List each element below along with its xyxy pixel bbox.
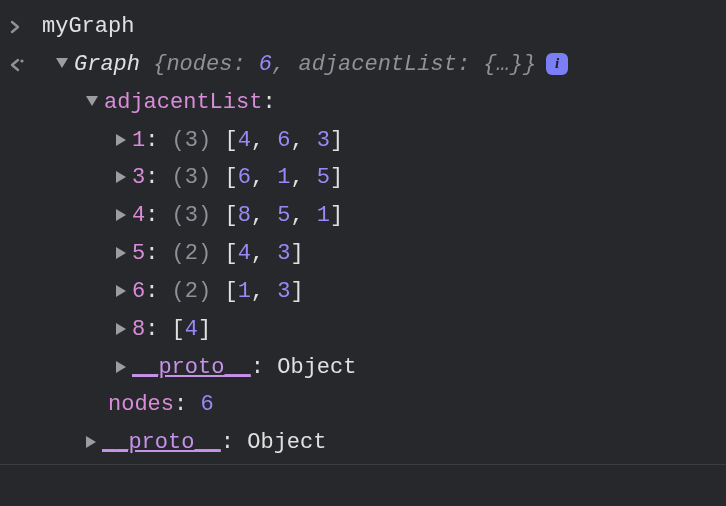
expand-toggle-icon[interactable] bbox=[116, 209, 126, 221]
entry-count: (2) bbox=[172, 273, 212, 311]
list-entry-row[interactable]: 6: (2) [1, 3] bbox=[42, 273, 718, 311]
entry-value: 4 bbox=[238, 235, 251, 273]
entry-key: 3 bbox=[132, 159, 145, 197]
entry-value: 1 bbox=[238, 273, 251, 311]
console-input-row: myGraph bbox=[8, 8, 718, 46]
entry-value: 3 bbox=[317, 122, 330, 160]
entry-value: 8 bbox=[238, 197, 251, 235]
entry-value: 1 bbox=[317, 197, 330, 235]
proto-row[interactable]: __proto__: Object bbox=[42, 424, 718, 462]
proto-value: Object bbox=[277, 349, 356, 387]
entry-key: 8 bbox=[132, 311, 145, 349]
list-entry-row[interactable]: 5: (2) [4, 3] bbox=[42, 235, 718, 273]
proto-key: __proto__ bbox=[132, 349, 251, 387]
expand-toggle-icon[interactable] bbox=[56, 58, 68, 68]
entry-count: (3) bbox=[172, 197, 212, 235]
list-entry-row[interactable]: 3: (3) [6, 1, 5] bbox=[42, 159, 718, 197]
expand-toggle-icon[interactable] bbox=[86, 436, 96, 448]
expand-toggle-icon[interactable] bbox=[116, 361, 126, 373]
entry-value: 1 bbox=[277, 159, 290, 197]
entry-value: 3 bbox=[277, 235, 290, 273]
entry-value: 3 bbox=[277, 273, 290, 311]
expand-toggle-icon[interactable] bbox=[116, 247, 126, 259]
entry-value: 5 bbox=[277, 197, 290, 235]
entry-value: 5 bbox=[317, 159, 330, 197]
list-entry-row[interactable]: 8: [4] bbox=[42, 311, 718, 349]
entry-key: 5 bbox=[132, 235, 145, 273]
object-summary-line[interactable]: Graph {nodes: 6, adjacentList: {…}} i bbox=[42, 46, 718, 84]
property-key: adjacentList bbox=[104, 84, 262, 122]
entry-value: 4 bbox=[238, 122, 251, 160]
input-prompt-icon bbox=[8, 8, 42, 46]
console-panel: myGraph Graph {nodes: 6, adjacentList: {… bbox=[0, 0, 726, 462]
expand-toggle-icon[interactable] bbox=[86, 96, 98, 106]
entry-count: (3) bbox=[172, 122, 212, 160]
class-name: Graph bbox=[74, 52, 140, 77]
entry-value: 4 bbox=[185, 311, 198, 349]
expand-toggle-icon[interactable] bbox=[116, 285, 126, 297]
proto-key: __proto__ bbox=[102, 424, 221, 462]
proto-value: Object bbox=[247, 424, 326, 462]
property-key: nodes bbox=[108, 386, 174, 424]
expand-toggle-icon[interactable] bbox=[116, 171, 126, 183]
adjacent-list-header[interactable]: adjacentList: bbox=[42, 84, 718, 122]
property-row[interactable]: nodes: 6 bbox=[42, 386, 718, 424]
list-entry-row[interactable]: 4: (3) [8, 5, 1] bbox=[42, 197, 718, 235]
expand-toggle-icon[interactable] bbox=[116, 323, 126, 335]
entry-count: (2) bbox=[172, 235, 212, 273]
console-input-text[interactable]: myGraph bbox=[42, 14, 134, 39]
expand-toggle-icon[interactable] bbox=[116, 134, 126, 146]
entry-key: 6 bbox=[132, 273, 145, 311]
entry-value: 6 bbox=[277, 122, 290, 160]
list-entry-row[interactable]: 1: (3) [4, 6, 3] bbox=[42, 122, 718, 160]
property-value: 6 bbox=[200, 386, 213, 424]
entry-key: 1 bbox=[132, 122, 145, 160]
entry-key: 4 bbox=[132, 197, 145, 235]
entry-value: 6 bbox=[238, 159, 251, 197]
proto-row[interactable]: __proto__: Object bbox=[42, 349, 718, 387]
info-badge-icon[interactable]: i bbox=[546, 53, 568, 75]
console-divider bbox=[0, 464, 726, 465]
output-indicator-icon bbox=[8, 46, 42, 84]
svg-point-0 bbox=[20, 59, 23, 62]
console-output-row: Graph {nodes: 6, adjacentList: {…}} i ad… bbox=[8, 46, 718, 462]
entry-count: (3) bbox=[172, 159, 212, 197]
